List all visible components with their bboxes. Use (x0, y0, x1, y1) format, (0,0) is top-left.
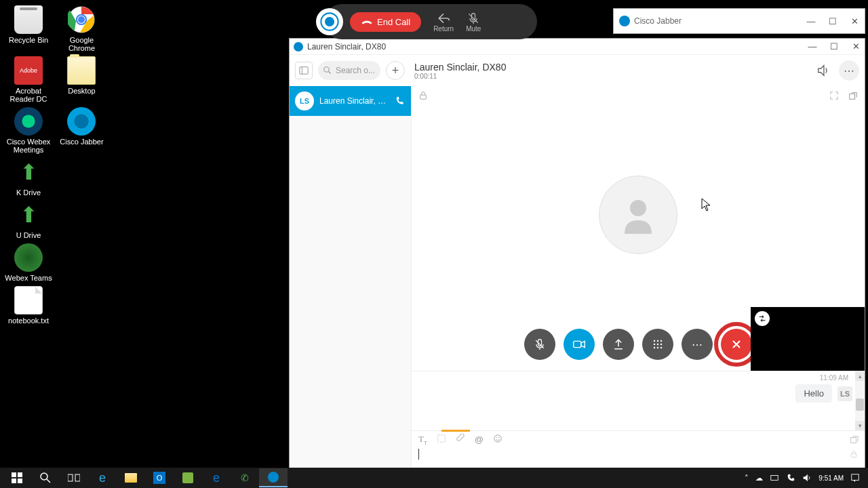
scroll-up-arrow[interactable]: ▴ (855, 371, 865, 381)
return-arrow-icon (437, 12, 450, 25)
titlebar[interactable]: Lauren Sinclair, DX80 — ☐ ✕ (290, 39, 865, 55)
conversation-item-active[interactable]: LS Lauren Sinclair, DX... (290, 86, 411, 116)
taskbar: e O e ✆ ˄ ☁ 9:51 AM (0, 468, 868, 488)
microphone-icon (533, 338, 547, 351)
mute-button[interactable]: Mute (466, 12, 481, 33)
maximize-button[interactable]: ☐ (829, 41, 839, 52)
taskbar-phone-app[interactable]: ✆ (231, 468, 259, 487)
taskbar-edge[interactable]: e (202, 468, 231, 487)
desktop-icon-acrobat[interactable]: Adobe Acrobat Reader DC (5, 56, 52, 103)
start-button[interactable] (3, 468, 31, 487)
taskbar-ie[interactable]: e (88, 468, 117, 487)
tray-chevron-up-icon[interactable]: ˄ (745, 474, 749, 483)
maximize-button[interactable]: ☐ (828, 16, 837, 26)
jabber-icon (67, 107, 96, 136)
tray-onedrive-icon[interactable]: ☁ (755, 474, 763, 483)
tray-network-icon[interactable] (770, 473, 779, 483)
notifications-icon[interactable] (850, 473, 860, 483)
more-options-button[interactable]: ⋯ (839, 60, 859, 81)
desktop-icon-chrome[interactable]: Google Chrome (58, 5, 105, 52)
desktop-icon-cisco-jabber[interactable]: Cisco Jabber (58, 107, 105, 146)
close-button[interactable]: ✕ (850, 16, 859, 26)
search-button[interactable] (31, 468, 60, 487)
speaker-icon (816, 63, 831, 78)
taskbar-file-explorer[interactable] (117, 468, 145, 487)
self-view-panel[interactable] (751, 307, 865, 371)
icon-label: notebook.txt (5, 317, 52, 325)
return-button[interactable]: Return (433, 12, 454, 33)
text-cursor (418, 449, 419, 460)
taskbar-jabber[interactable] (259, 468, 288, 487)
call-video-area: ⋯ (412, 105, 865, 371)
svg-point-19 (654, 340, 656, 342)
tray-volume-icon[interactable] (802, 473, 812, 483)
share-screen-button[interactable] (603, 329, 634, 360)
taskbar-clock[interactable]: 9:51 AM (818, 474, 844, 482)
end-call-button[interactable]: End Call (350, 12, 421, 32)
desktop-icon-notebook[interactable]: notebook.txt (5, 286, 52, 325)
desktop-icon-webex-meetings[interactable]: Cisco Webex Meetings (5, 107, 52, 154)
chat-scrollbar[interactable]: ▴ ▾ (855, 371, 865, 430)
emoji-button[interactable] (493, 434, 502, 445)
message-input[interactable] (418, 449, 858, 462)
person-silhouette-icon (618, 195, 658, 235)
video-camera-icon (572, 337, 587, 352)
scroll-thumb[interactable] (856, 399, 864, 411)
text-format-button[interactable]: TT (418, 434, 427, 446)
hangup-button[interactable] (721, 329, 752, 360)
active-call-icon (395, 96, 406, 106)
svg-point-32 (496, 437, 497, 438)
taskbar-outlook[interactable]: O (145, 468, 174, 487)
conversation-name: Lauren Sinclair, DX... (319, 96, 389, 106)
window-title: Cisco Jabber (634, 16, 806, 26)
icon-label: K Drive (5, 188, 52, 197)
folder-icon (67, 56, 96, 85)
desktop-icon-k-drive[interactable]: ⬆ K Drive (5, 158, 52, 197)
dialpad-icon (651, 338, 665, 351)
video-button[interactable] (564, 329, 595, 360)
minimize-button[interactable]: — (808, 41, 817, 52)
mention-button[interactable]: @ (475, 434, 484, 445)
svg-point-26 (657, 347, 659, 349)
chrome-icon (67, 5, 96, 34)
swap-view-button[interactable] (755, 311, 770, 326)
audio-output-button[interactable] (813, 60, 833, 81)
close-button[interactable]: ✕ (851, 41, 861, 52)
svg-rect-44 (771, 476, 778, 481)
expand-compose-icon[interactable] (850, 435, 859, 445)
desktop-icon-recycle-bin[interactable]: Recycle Bin (5, 5, 52, 44)
taskbar-app-green[interactable] (174, 468, 202, 487)
mute-mic-button[interactable] (524, 329, 555, 360)
attach-button[interactable] (456, 434, 465, 445)
search-placeholder: Search o... (336, 66, 375, 75)
drive-arrow-icon: ⬆ (14, 158, 43, 186)
scroll-down-arrow[interactable]: ▾ (855, 421, 865, 430)
svg-point-24 (660, 344, 663, 346)
background-jabber-window[interactable]: Cisco Jabber — ☐ ✕ (613, 8, 865, 34)
desktop-icon-u-drive[interactable]: ⬆ U Drive (5, 201, 52, 239)
tray-phone-icon[interactable] (786, 473, 795, 483)
drive-arrow-icon: ⬆ (14, 201, 43, 229)
search-input[interactable]: Search o... (318, 61, 380, 80)
compose-area: TT @ (412, 430, 865, 468)
add-button[interactable]: + (386, 61, 405, 80)
popout-icon[interactable] (848, 91, 858, 100)
menu-button[interactable] (295, 62, 313, 79)
svg-rect-14 (850, 94, 855, 99)
icon-label: Google Chrome (58, 36, 105, 52)
chat-messages-area: 11:09 AM Hello LS ▴ ▾ (412, 371, 865, 430)
task-view-icon (68, 473, 80, 483)
more-call-options-button[interactable]: ⋯ (682, 329, 713, 360)
screenshot-button[interactable] (437, 434, 446, 445)
keypad-button[interactable] (642, 329, 673, 360)
desktop-icon-desktop-folder[interactable]: Desktop (58, 56, 105, 95)
search-icon (40, 472, 51, 483)
desktop-icon-webex-teams[interactable]: Webex Teams (5, 243, 52, 282)
svg-rect-34 (851, 438, 856, 443)
svg-rect-39 (18, 479, 22, 483)
minimize-button[interactable]: — (806, 16, 816, 26)
call-timer: 0:00:11 (414, 73, 506, 80)
fullscreen-icon[interactable] (829, 91, 839, 100)
svg-point-31 (494, 435, 502, 443)
task-view-button[interactable] (60, 468, 88, 487)
